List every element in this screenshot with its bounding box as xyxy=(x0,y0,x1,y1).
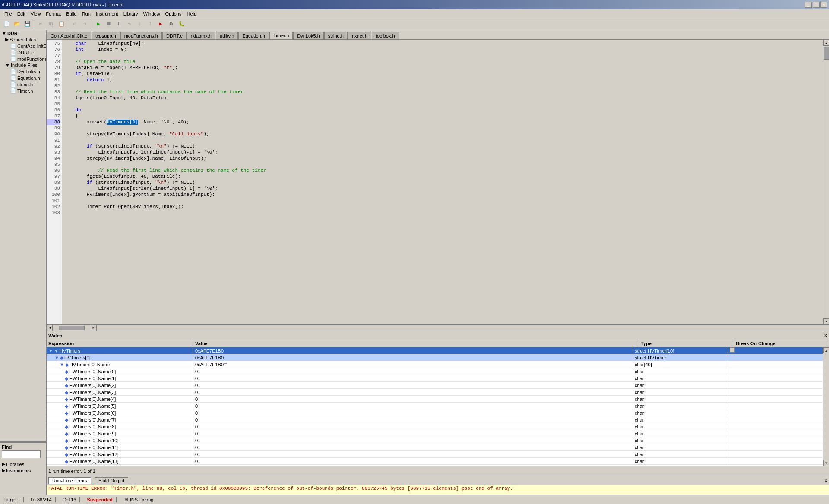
tree-ddrt-c[interactable]: 📄 DDRT.c xyxy=(0,49,46,56)
watch-row-name6[interactable]: ◆ HWTimers[0].Name[6]0char xyxy=(47,410,823,416)
watch-row-name7[interactable]: ◆ HWTimers[0].Name[7]0char xyxy=(47,416,823,423)
hvtimers-expand2[interactable]: ▼ xyxy=(54,347,59,354)
hvtimers0-collapse[interactable]: ▼ xyxy=(54,354,59,361)
error-close-button[interactable]: ✕ xyxy=(824,478,827,483)
watch-close-button[interactable]: ✕ xyxy=(824,332,827,339)
menu-view[interactable]: View xyxy=(28,10,44,17)
watch-row-name2[interactable]: ◆ HWTimers[0].Name[2]0char xyxy=(47,382,823,389)
maximize-button[interactable]: □ xyxy=(813,2,820,8)
watch-row-name9[interactable]: ◆ HWTimers[0].Name[9]0char xyxy=(47,430,823,437)
watch-row-name13[interactable]: ◆ HWTimers[0].Name[13]0char xyxy=(47,458,823,465)
tab-ddrt[interactable]: DDRT.c xyxy=(162,32,187,39)
toolbar-build-run[interactable]: ▶ xyxy=(156,19,165,29)
tab-dynlok5[interactable]: DynLok5.h xyxy=(293,32,324,39)
toolbar-pause[interactable]: ⏸ xyxy=(114,19,124,29)
line-85: 85 xyxy=(47,101,60,107)
error-message: FATAL RUN-TIME ERROR: "Timer.h", line 88… xyxy=(48,486,513,491)
toolbar-open[interactable]: 📂 xyxy=(12,19,22,29)
code-scroll-thumb[interactable] xyxy=(824,47,829,60)
tab-string[interactable]: string.h xyxy=(324,32,348,39)
toolbar-debug[interactable]: 🐛 xyxy=(177,19,186,29)
watch-row-name10[interactable]: ◆ HWTimers[0].Name[10]0char xyxy=(47,437,823,444)
menu-build[interactable]: Build xyxy=(63,10,79,17)
find-input[interactable] xyxy=(2,450,41,458)
modfunc-icon: 📄 xyxy=(10,56,16,62)
tab-modfunctions[interactable]: modFunctions.h xyxy=(120,32,162,39)
tree-equation[interactable]: 📄 Equation.h xyxy=(0,75,46,81)
watch-pane: Watch ✕ Expression Value Type Break On C… xyxy=(47,331,829,466)
tab-toolbox[interactable]: toolbox.h xyxy=(372,32,399,39)
watch-row-name12[interactable]: ◆ HWTimers[0].Name[12]0char xyxy=(47,451,823,458)
tab-tcpsupp[interactable]: tcpsupp.h xyxy=(92,32,120,39)
tree-include-files[interactable]: ▼ Include Files xyxy=(0,62,46,68)
tree-contacq[interactable]: 📄 ContAcq-InitCl xyxy=(0,43,46,49)
tree-dynlok5[interactable]: 📄 DynLok5.h xyxy=(0,68,46,75)
tree-string[interactable]: 📄 string.h xyxy=(0,81,46,88)
menu-window[interactable]: Window xyxy=(140,10,162,17)
menu-instrument[interactable]: Instrument xyxy=(93,10,121,17)
toolbar-step-over[interactable]: ↷ xyxy=(125,19,134,29)
name-collapse[interactable]: ▼ xyxy=(60,361,64,368)
code-scroll-down[interactable]: ▼ xyxy=(823,318,829,324)
left-panel: ▼ DDRT ▶ Source Files 📄 ContAcq-InitCl 📄… xyxy=(0,30,47,495)
tab-nxnet[interactable]: nxnet.h xyxy=(348,32,371,39)
watch-row-hvtimers[interactable]: ▼ ▼ HVTimers 0xAFE7E1B0 struct HVTimer[1… xyxy=(47,347,823,354)
code-hscroll-right[interactable]: ► xyxy=(91,325,97,331)
menu-file[interactable]: File xyxy=(2,10,15,17)
tab-timer[interactable]: Timer.h xyxy=(269,32,293,39)
error-tab-build[interactable]: Build Output xyxy=(95,477,129,484)
menu-edit[interactable]: Edit xyxy=(15,10,28,17)
code-line-78: // Open the data file xyxy=(64,59,821,65)
watch-row-name8[interactable]: ◆ HWTimers[0].Name[8]0char xyxy=(47,423,823,430)
toolbar-save[interactable]: 💾 xyxy=(22,19,32,29)
watch-row-name4[interactable]: ◆ HWTimers[0].Name[4]0char xyxy=(47,396,823,403)
toolbar-stop[interactable]: ⏹ xyxy=(104,19,114,29)
tree-timer[interactable]: 📄 Timer.h xyxy=(0,88,46,94)
menu-help[interactable]: Help xyxy=(184,10,199,17)
hvtimers-collapse[interactable]: ▼ xyxy=(48,347,53,354)
toolbar-redo[interactable]: ↪ xyxy=(80,19,90,29)
tab-contacq[interactable]: ContAcq-InitClk.c xyxy=(47,32,91,39)
menu-library[interactable]: Library xyxy=(121,10,141,17)
watch-row-hvtimers0[interactable]: ▼ ◆ HVTimers[0] 0xAFE7E1B0 struct HVTime… xyxy=(47,354,823,361)
error-tab-runtime[interactable]: Run-Time Errors xyxy=(48,477,91,484)
tab-ridaqmx[interactable]: ridaqmx.h xyxy=(187,32,215,39)
watch-row-name3[interactable]: ◆ HWTimers[0].Name[3]0char xyxy=(47,389,823,396)
tab-utility[interactable]: utility.h xyxy=(216,32,238,39)
toolbar-step-into[interactable]: ↓ xyxy=(135,19,145,29)
watch-row-name1[interactable]: ◆ HWTimers[0].Name[1]0char xyxy=(47,375,823,382)
code-hscroll-left[interactable]: ◄ xyxy=(47,325,53,331)
toolbar-paste[interactable]: 📋 xyxy=(57,19,66,29)
code-hscroll-thumb[interactable] xyxy=(59,326,85,330)
menu-run[interactable]: Run xyxy=(79,10,93,17)
toolbar-run[interactable]: ▶ xyxy=(94,19,103,29)
watch-row-name[interactable]: ▼ ◆ HVTimers[0].Name 0xAFE7E1B0"" char[4… xyxy=(47,361,823,368)
tab-equation[interactable]: Equation.h xyxy=(238,32,269,39)
toolbar-step-out[interactable]: ↑ xyxy=(146,19,155,29)
minimize-button[interactable]: _ xyxy=(805,2,812,8)
toolbar-undo[interactable]: ↩ xyxy=(70,19,79,29)
code-content[interactable]: char LineOfInput[40]; int Index = 0; // … xyxy=(62,40,823,324)
watch-header: Watch ✕ xyxy=(47,331,829,340)
tree-source-files[interactable]: ▶ Source Files xyxy=(0,36,46,43)
tree-root-ddrt[interactable]: ▼ DDRT xyxy=(0,30,46,36)
tree-libraries[interactable]: ▶ Libraries xyxy=(2,461,44,467)
tree-instruments[interactable]: ▶ Instruments xyxy=(2,467,44,474)
toolbar-new[interactable]: 📄 xyxy=(2,19,11,29)
close-button[interactable]: × xyxy=(820,2,827,8)
watch-scroll-up[interactable]: ▲ xyxy=(823,347,829,353)
menu-options[interactable]: Options xyxy=(163,10,184,17)
watch-scroll-down[interactable]: ▼ xyxy=(823,460,829,466)
watch-row-name11[interactable]: ◆ HWTimers[0].Name[11]0char xyxy=(47,444,823,451)
tree-modfunctions[interactable]: 📄 modFunctions xyxy=(0,56,46,62)
toolbar-cut[interactable]: ✂ xyxy=(36,19,45,29)
toolbar-build[interactable]: ⚙ xyxy=(166,19,176,29)
code-scroll-up[interactable]: ▲ xyxy=(823,40,829,46)
toolbar-copy[interactable]: ⧉ xyxy=(46,19,56,29)
watch-row-name0[interactable]: ◆ HWTimers[0].Name[0]0char xyxy=(47,368,823,375)
line-94: 94 xyxy=(47,155,60,161)
menu-format[interactable]: Format xyxy=(43,10,63,17)
code-hscrollbar: ◄ ► xyxy=(47,324,829,331)
watch-rows[interactable]: ▼ ▼ HVTimers 0xAFE7E1B0 struct HVTimer[1… xyxy=(47,347,823,466)
watch-row-name5[interactable]: ◆ HWTimers[0].Name[5]0char xyxy=(47,403,823,410)
